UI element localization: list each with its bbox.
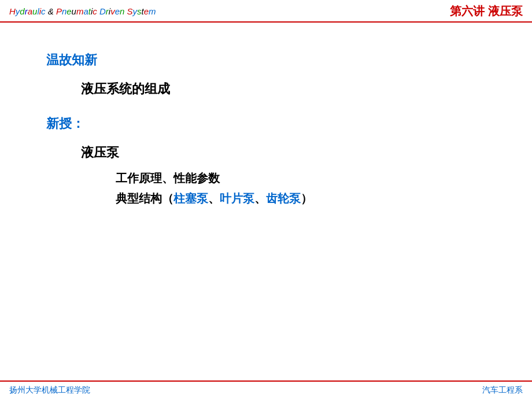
vane-pump: 叶片泵 <box>220 192 254 205</box>
footer-right: 汽车工程系 <box>482 385 523 396</box>
sep2: 、 <box>254 192 266 205</box>
gear-pump: 齿轮泵 <box>266 192 301 205</box>
typical-structure-text: 典型结构（柱塞泵、叶片泵、齿轮泵） <box>116 191 486 206</box>
new-lesson-title: 新授： <box>46 115 486 132</box>
header-title: Hydraulic & Pneumatic Driven System <box>9 6 156 16</box>
page-header: Hydraulic & Pneumatic Driven System 第六讲 … <box>0 0 532 23</box>
new-lesson-section: 新授： 液压泵 工作原理、性能参数 典型结构（柱塞泵、叶片泵、齿轮泵） <box>46 115 486 206</box>
typical-structure-suffix: ） <box>301 192 312 205</box>
typical-structure-prefix: 典型结构（ <box>116 192 173 205</box>
sep1: 、 <box>208 192 220 205</box>
review-title: 温故知新 <box>46 51 486 69</box>
hydraulic-pump-text: 液压泵 <box>81 144 486 161</box>
main-content: 温故知新 液压系统的组成 新授： 液压泵 工作原理、性能参数 典型结构（柱塞泵、… <box>0 23 532 247</box>
review-content: 液压系统的组成 <box>46 80 486 98</box>
page-footer: 扬州大学机械工程学院 汽车工程系 <box>0 380 532 399</box>
header-subtitle: 第六讲 液压泵 <box>450 3 523 19</box>
footer-left: 扬州大学机械工程学院 <box>9 385 90 396</box>
new-lesson-content: 液压泵 工作原理、性能参数 典型结构（柱塞泵、叶片泵、齿轮泵） <box>46 144 486 206</box>
review-section: 温故知新 液压系统的组成 <box>46 51 486 98</box>
working-principle-text: 工作原理、性能参数 <box>116 171 486 186</box>
piston-pump: 柱塞泵 <box>173 192 208 205</box>
hydraulic-system-text: 液压系统的组成 <box>81 80 486 98</box>
pump-details: 工作原理、性能参数 典型结构（柱塞泵、叶片泵、齿轮泵） <box>81 171 486 206</box>
